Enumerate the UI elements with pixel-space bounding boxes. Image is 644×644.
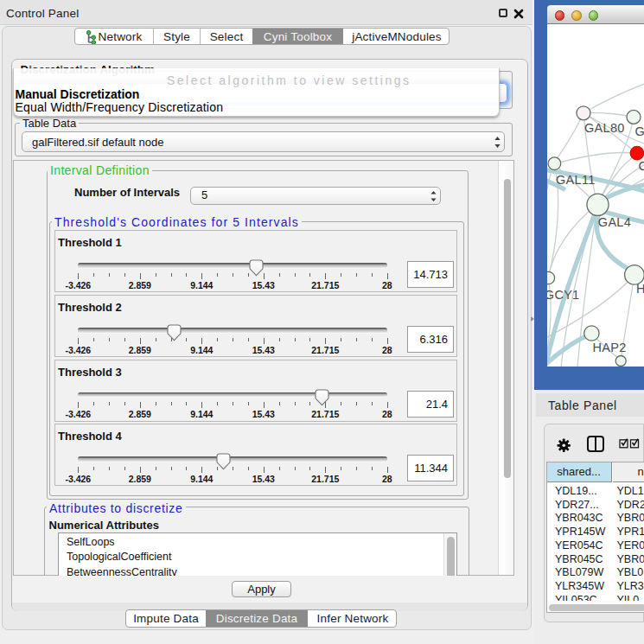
svg-text:GA: GA bbox=[635, 124, 644, 138]
svg-text:C: C bbox=[639, 159, 644, 173]
svg-text:GAL11: GAL11 bbox=[556, 172, 596, 186]
svg-text:H: H bbox=[636, 281, 644, 295]
svg-text:GCY1: GCY1 bbox=[547, 287, 579, 301]
svg-text:GAL4: GAL4 bbox=[598, 214, 631, 228]
svg-text:GAL80: GAL80 bbox=[584, 120, 625, 134]
svg-text:HAP2: HAP2 bbox=[593, 340, 627, 354]
